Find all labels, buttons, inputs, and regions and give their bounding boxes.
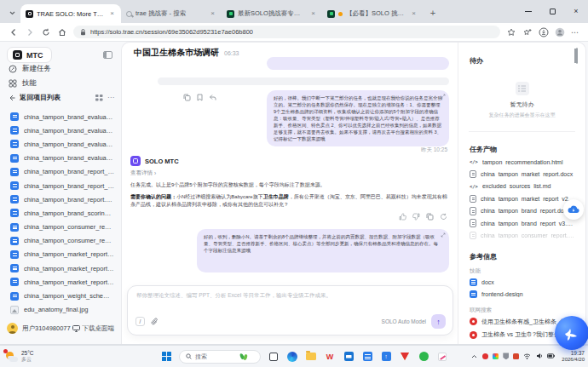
tray-app-red-icon[interactable] [482, 353, 488, 359]
reload-icon[interactable] [41, 27, 51, 37]
send-button[interactable]: ↑ [431, 314, 446, 329]
file-list-item[interactable]: china_tampon_market_report_v3.docx [7, 261, 118, 275]
home-icon[interactable] [57, 27, 67, 37]
new-tab-button[interactable]: + [426, 6, 440, 20]
url-bar[interactable]: https://solo.trae.cn/session/69e35062d95… [73, 26, 500, 38]
maximize-button[interactable] [540, 0, 564, 22]
copy-icon[interactable] [183, 94, 191, 101]
close-window-button[interactable]: × [564, 0, 588, 22]
wps-office-icon[interactable]: W [324, 351, 336, 363]
artifact-item[interactable]: </> tampon_recommendation.html [465, 156, 580, 168]
tray-security-icon[interactable] [503, 353, 509, 359]
collapse-right-panel-icon[interactable] [576, 49, 578, 64]
file-list-item[interactable]: china_tampon_consumer_report_v2... [7, 221, 118, 234]
v-app-icon[interactable] [399, 351, 411, 363]
file-list-item[interactable]: china_tampon_weight_scheme.docx [7, 289, 118, 302]
editor-app-icon[interactable] [436, 351, 448, 363]
wifi-icon[interactable] [523, 353, 531, 360]
green-app-icon[interactable] [418, 351, 429, 363]
thumbs-down-icon[interactable] [412, 213, 420, 221]
back-to-projects[interactable]: 返回项目列表 ⋯ [9, 93, 114, 102]
collapse-sidebar-icon[interactable] [103, 51, 112, 59]
mail-app-icon[interactable] [343, 351, 355, 363]
orange-dot-icon [338, 12, 343, 16]
browser-tab-topic[interactable]: 【必看】SOLO 挑战赛主题赛 × [322, 4, 423, 23]
hidden-icons-caret[interactable] [470, 353, 478, 360]
artifact-item[interactable]: </> china_tampon_market_report.docx [465, 168, 580, 180]
back-arrow-icon [9, 95, 15, 101]
quote-reply-icon[interactable] [209, 94, 216, 101]
file-list-item[interactable]: china_tampon_consumer_report.docx [7, 234, 118, 248]
file-list-item[interactable]: china_tampon_brand_report.docx [7, 192, 118, 206]
topic-favicon [327, 10, 335, 18]
trae-assistant-float-button[interactable] [555, 316, 588, 350]
file-list-item[interactable]: china_tampon_brand_evaluation_fin... [7, 123, 118, 137]
file-list-item[interactable]: china_tampon_brand_scoring.docx [7, 206, 118, 220]
expand-icon[interactable] [441, 232, 446, 238]
browser-tab-forum[interactable]: 最新SOLO挑战赛专区话题 - TRAE × [222, 4, 322, 23]
start-button[interactable] [160, 351, 172, 363]
mtc-logo-icon [13, 50, 22, 60]
model-selector[interactable]: SOLO Auto Model [382, 318, 426, 324]
taskbar-clock[interactable]: 19:37 2026/4/20 [562, 350, 585, 363]
user-account[interactable]: 用户3104980077 [7, 323, 71, 334]
taskbar-search[interactable]: 搜索 [179, 350, 261, 364]
battery-icon[interactable] [547, 353, 555, 360]
back-icon[interactable] [9, 27, 19, 37]
notes-app-icon[interactable] [361, 351, 373, 363]
bookmark-icon[interactable] [196, 94, 204, 101]
tab-search-caret-icon[interactable] [5, 6, 19, 20]
file-list-item[interactable]: china_tampon_brand_evaluation_fin... [7, 110, 118, 123]
expand-icon[interactable] [441, 94, 446, 99]
tray-app-color-icon[interactable] [493, 353, 499, 359]
close-tab-icon[interactable]: × [410, 9, 418, 18]
forward-icon[interactable] [25, 27, 35, 37]
cloud-sync-widget[interactable] [563, 199, 584, 220]
task-view-button[interactable] [268, 351, 280, 363]
artifact-item[interactable]: </> excluded_sources_list.md [465, 181, 580, 192]
close-tab-icon[interactable]: × [209, 9, 216, 18]
attachment-icon[interactable] [150, 317, 159, 326]
skill-item[interactable]: frontend-design [465, 288, 580, 300]
file-list-item[interactable]: edu_anatomy_final.jpg [7, 303, 118, 317]
skills-button[interactable]: 技能 [9, 78, 37, 89]
file-list-item[interactable]: china_tampon_market_report_v2.docx [7, 248, 118, 261]
download-icon[interactable] [539, 27, 549, 37]
file-list-item[interactable]: china_tampon_market_report.docx [7, 275, 118, 289]
artifact-item[interactable]: </> china_tampon_market_report_v2.docx [465, 192, 580, 204]
slash-command-button[interactable]: / [135, 317, 145, 326]
volume-icon[interactable] [535, 353, 543, 360]
minimize-button[interactable] [516, 0, 540, 22]
file-list-item[interactable]: china_tampon_brand_report_v4.docx [7, 179, 118, 192]
skill-item[interactable]: docx [465, 276, 580, 288]
workspace-switcher[interactable]: MTC [7, 47, 52, 63]
download-desktop-button[interactable]: 下载桌面端 [72, 324, 115, 333]
collapsed-content-pill[interactable] [158, 77, 449, 85]
file-list-item[interactable]: china_tampon_brand_report_v3.docx [7, 165, 118, 179]
bookmark-star-icon[interactable] [506, 27, 516, 37]
artifact-item[interactable]: </> china_tampon_consumer_report.docx [465, 229, 580, 241]
upload-app-icon[interactable]: ↑ [380, 351, 392, 363]
file-list-item[interactable]: china_tampon_brand_evaluation.docx [7, 152, 118, 165]
file-list-item[interactable]: china_tampon_brand_evaluation_v2... [7, 137, 118, 151]
list-more-icon[interactable]: ⋯ [107, 94, 114, 101]
browser-tab-active[interactable]: TRAE SOLO: More Than Coding × [20, 4, 121, 23]
regenerate-icon[interactable] [440, 213, 447, 221]
new-task-button[interactable]: 新建任务 [9, 64, 51, 74]
view-layout-icon[interactable] [95, 95, 103, 101]
tray-app-square-icon[interactable] [513, 353, 519, 359]
copy-response-icon[interactable] [426, 213, 434, 221]
edge-browser-icon[interactable] [286, 351, 298, 363]
close-tab-icon[interactable]: × [108, 9, 116, 18]
collections-star-icon[interactable] [522, 27, 533, 37]
browser-tab-search[interactable]: trae 挑战赛 - 搜索 × [121, 4, 222, 23]
thumbs-up-icon[interactable] [399, 213, 406, 221]
more-menu-icon[interactable]: ⋯ [571, 28, 579, 37]
message-input[interactable] [136, 292, 444, 314]
close-tab-icon[interactable]: × [309, 9, 317, 18]
weather-widget[interactable]: 25°C 多云 [5, 350, 34, 362]
artifact-item[interactable]: </> china_tampon_brand_report_v3.docx [465, 217, 580, 229]
profile-avatar-icon[interactable] [555, 27, 565, 37]
view-details-link[interactable]: 查看详情› [130, 169, 447, 177]
file-explorer-icon[interactable] [305, 351, 317, 363]
